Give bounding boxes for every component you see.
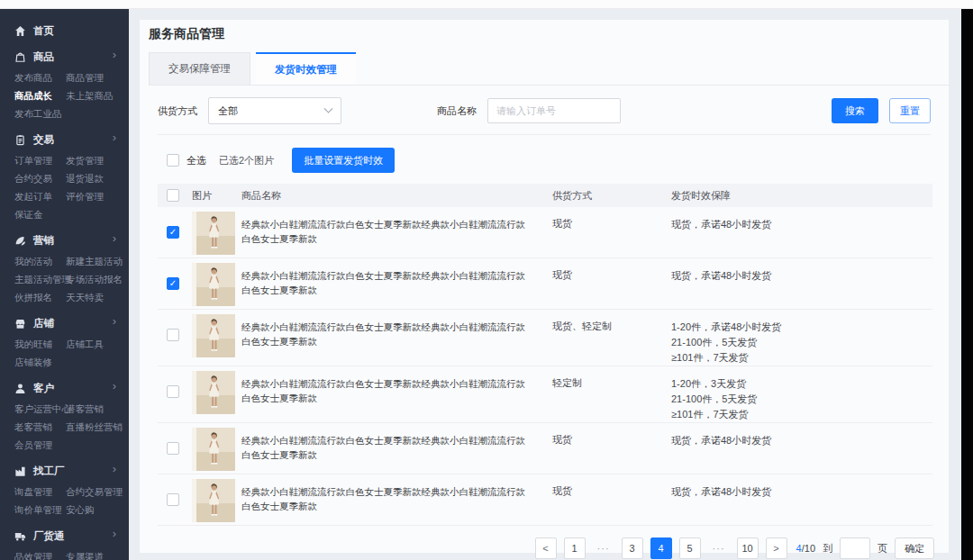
batch-toolbar: 全选 已选2个图片 批量设置发货时效 xyxy=(167,148,931,173)
supply-method: 现货 xyxy=(552,207,671,230)
supply-method: 现货、轻定制 xyxy=(552,310,671,333)
chevron-right-icon: › xyxy=(113,314,116,328)
sidebar-subitem[interactable]: 品效管理 xyxy=(14,547,66,560)
product-name: 经典款小白鞋潮流流行款白色女士夏季新款经典款小白鞋潮流流行款白色女士夏季新款 xyxy=(241,310,552,348)
jump-to-label: 到 xyxy=(823,542,832,555)
sidebar-subitem[interactable]: 发布商品 xyxy=(14,68,66,86)
sidebar-subitem[interactable]: 订单管理 xyxy=(14,151,66,169)
sidebar-subitem[interactable]: 发货管理 xyxy=(66,151,129,169)
sidebar-group-header[interactable]: 厂货通› xyxy=(14,526,129,546)
sidebar-group-items: 客户运营中心潜客营销老客营销直播粉丝营销会员管理 xyxy=(14,400,129,454)
sidebar-nav: 首页 商品›发布商品商品管理商品成长未上架商品发布工业品交易›订单管理发货管理合… xyxy=(0,9,129,560)
row-checkbox[interactable] xyxy=(167,442,179,455)
sidebar-subitem[interactable]: 询价单管理 xyxy=(14,501,66,519)
sidebar-subitem[interactable]: 合约交易 xyxy=(14,169,66,187)
sidebar-subitem[interactable]: 店铺装修 xyxy=(14,353,66,371)
row-checkbox[interactable] xyxy=(167,385,179,398)
sidebar-subitem[interactable]: 安心购 xyxy=(66,501,129,519)
sidebar-subitem[interactable]: 询盘管理 xyxy=(14,483,66,501)
sidebar-subitem[interactable]: 直播粉丝营销 xyxy=(66,418,129,436)
col-header-image: 图片 xyxy=(192,189,241,203)
delivery-guarantee: 现货，承诺48小时发货 xyxy=(671,207,932,232)
sidebar-subitem[interactable]: 天天特卖 xyxy=(66,288,129,306)
sidebar-subitem[interactable]: 伙拼报名 xyxy=(14,288,66,306)
store-icon xyxy=(14,318,26,330)
page-button[interactable]: 5 xyxy=(679,537,701,559)
sidebar-item-home[interactable]: 首页 xyxy=(14,22,129,40)
sidebar-subitem[interactable]: 合约交易管理 xyxy=(66,483,129,501)
sidebar-group-header[interactable]: 客户› xyxy=(14,378,129,398)
delivery-line: 21-100件，5天发货 xyxy=(671,392,932,407)
sidebar-group-header[interactable]: 找工厂› xyxy=(14,461,129,481)
page-ratio: 4/10 xyxy=(796,543,815,554)
page-button[interactable]: 10 xyxy=(737,537,759,559)
sidebar-subitem[interactable]: 主题活动管理 xyxy=(14,270,66,288)
supply-method-label: 供货方式 xyxy=(158,104,197,118)
table-row: ✓经典款小白鞋潮流流行款白色女士夏季新款经典款小白鞋潮流流行款白色女士夏季新款现… xyxy=(158,258,932,310)
sidebar-subitem[interactable]: 商品成长 xyxy=(14,86,66,104)
sidebar-subitem[interactable]: 我的旺铺 xyxy=(14,335,66,353)
chevron-right-icon: › xyxy=(113,527,116,540)
select-all-checkbox[interactable] xyxy=(167,154,179,167)
delivery-line: 1-20件，3天发货 xyxy=(671,376,932,392)
sidebar-subitem[interactable]: 店铺工具 xyxy=(66,335,129,353)
tab-delivery-time[interactable]: 发货时效管理 xyxy=(256,52,356,85)
sidebar-subitem[interactable]: 发起订单 xyxy=(14,187,66,205)
header-select-checkbox[interactable] xyxy=(167,189,179,202)
row-checkbox[interactable] xyxy=(167,329,179,341)
sidebar-subitem[interactable]: 商品管理 xyxy=(66,68,129,86)
screen-right-edge xyxy=(961,9,973,560)
sidebar-subitem[interactable]: 我的活动 xyxy=(14,252,66,270)
batch-set-delivery-button[interactable]: 批量设置发货时效 xyxy=(292,148,395,173)
chevron-right-icon: › xyxy=(113,462,116,475)
sidebar-subitem[interactable]: 专场活动报名 xyxy=(66,270,129,288)
sidebar-subitem[interactable]: 退货退款 xyxy=(66,169,129,187)
supply-method-select[interactable]: 全部 xyxy=(208,97,341,124)
chevron-right-icon: › xyxy=(113,131,116,144)
supply-method: 现货 xyxy=(552,258,671,282)
sidebar-group-header[interactable]: 交易› xyxy=(14,130,129,149)
delivery-line: 1-20件，承诺48小时发货 xyxy=(671,320,932,335)
page-button[interactable]: 4 xyxy=(650,537,672,559)
sidebar-subitem[interactable]: 潜客营销 xyxy=(66,400,129,418)
sidebar-subitem[interactable]: 会员管理 xyxy=(14,436,66,454)
row-checkbox[interactable] xyxy=(167,493,179,506)
row-checkbox[interactable]: ✓ xyxy=(167,226,179,239)
prev-page-button[interactable]: < xyxy=(535,537,557,559)
page-ratio-total: /10 xyxy=(802,543,815,554)
product-image xyxy=(192,428,235,471)
sidebar-subitem[interactable]: 发布工业品 xyxy=(14,104,66,122)
sidebar-group-header[interactable]: 营销› xyxy=(14,230,129,250)
chevron-down-icon xyxy=(324,104,333,113)
filter-row: 供货方式 全部 商品名称 搜索 重置 xyxy=(158,96,931,125)
reset-button[interactable]: 重置 xyxy=(889,98,931,123)
sidebar-subitem[interactable]: 新建主题活动 xyxy=(66,252,129,270)
sidebar-subitem[interactable]: 老客营销 xyxy=(14,418,66,436)
confirm-page-button[interactable]: 确定 xyxy=(895,537,934,559)
sidebar-subitem[interactable]: 专属渠道 xyxy=(66,547,129,560)
delivery-line: ≥101件，7天发货 xyxy=(671,350,932,366)
table-body: ✓经典款小白鞋潮流流行款白色女士夏季新款经典款小白鞋潮流流行款白色女士夏季新款现… xyxy=(158,207,932,526)
page-button[interactable]: 1 xyxy=(564,537,586,559)
sidebar-subitem[interactable]: 未上架商品 xyxy=(66,86,129,104)
row-checkbox[interactable]: ✓ xyxy=(167,277,179,290)
truck-icon xyxy=(14,530,26,542)
tab-trade-guarantee[interactable]: 交易保障管理 xyxy=(149,52,250,85)
browser-top-strip xyxy=(0,0,973,9)
sidebar-home-label: 首页 xyxy=(33,24,54,38)
sidebar-group-title: 客户 xyxy=(33,382,54,395)
sidebar-subitem[interactable]: 客户运营中心 xyxy=(14,400,66,418)
sidebar-subitem[interactable]: 评价管理 xyxy=(66,187,129,205)
product-name-input[interactable] xyxy=(487,98,621,123)
next-page-button[interactable]: > xyxy=(766,537,787,559)
jump-page-input[interactable] xyxy=(840,537,870,559)
delivery-line: 现货，承诺48小时发货 xyxy=(671,268,932,284)
sidebar-subitem[interactable]: 保证金 xyxy=(14,205,66,223)
sidebar-group-title: 厂货通 xyxy=(33,529,65,543)
pagination: < 1···345···10 > 4/10 到 页 确定 xyxy=(140,537,934,559)
sidebar-group-header[interactable]: 店铺› xyxy=(14,313,129,333)
page-button[interactable]: 3 xyxy=(622,537,643,559)
search-button[interactable]: 搜索 xyxy=(832,98,878,123)
sidebar-group-header[interactable]: 商品› xyxy=(14,47,129,67)
table-row: 经典款小白鞋潮流流行款白色女士夏季新款经典款小白鞋潮流流行款白色女士夏季新款轻定… xyxy=(158,366,932,423)
